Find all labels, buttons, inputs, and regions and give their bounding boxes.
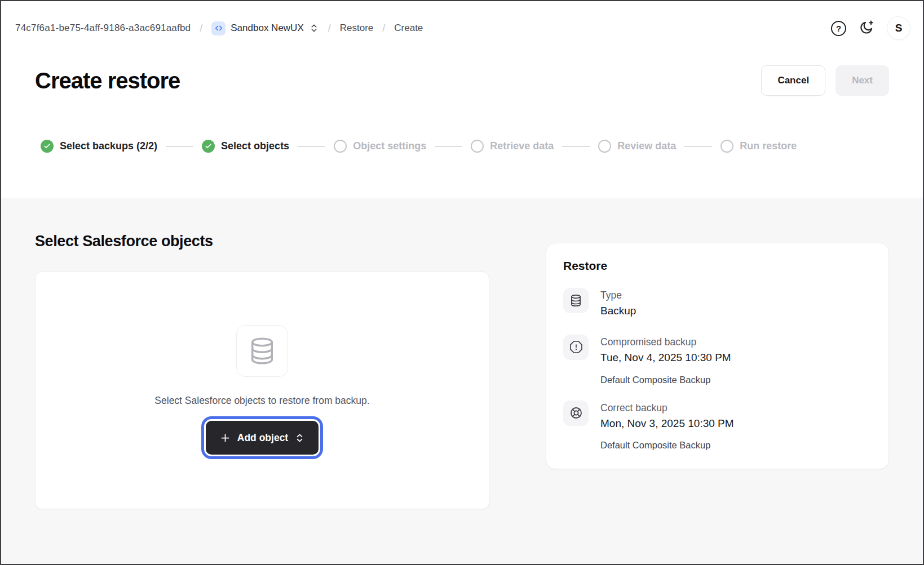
restore-summary-column: Restore Type Backup: [546, 243, 889, 469]
breadcrumb-separator: /: [382, 23, 385, 34]
restore-row-label: Compromised backup: [600, 335, 731, 349]
stepper: Select backups (2/2) Select objects Obje…: [41, 140, 923, 153]
check-circle-icon: [41, 140, 54, 153]
stepper-zone: Select backups (2/2) Select objects Obje…: [1, 106, 923, 198]
database-icon: [236, 325, 288, 377]
breadcrumb-separator: /: [328, 23, 331, 34]
empty-circle-icon: [334, 140, 347, 153]
restore-row-value: Mon, Nov 3, 2025 10:30 PM: [600, 415, 734, 431]
step-run-restore: Run restore: [720, 140, 797, 153]
restore-row-sub: Default Composite Backup: [600, 440, 734, 451]
cancel-button[interactable]: Cancel: [761, 65, 825, 96]
header-buttons: Cancel Next: [761, 65, 889, 96]
step-review-data: Review data: [598, 140, 676, 153]
lifebuoy-icon: [563, 401, 589, 426]
breadcrumb-org-id[interactable]: 74c7f6a1-be75-4aff-9186-a3ac691aafbd: [15, 23, 191, 34]
restore-row-label: Correct backup: [600, 401, 734, 415]
restore-type-row: Type Backup: [563, 288, 872, 319]
help-icon: ?: [831, 21, 846, 36]
breadcrumb-restore[interactable]: Restore: [340, 23, 374, 34]
main-content: Select Salesforce objects Select Salesfo…: [1, 198, 923, 564]
step-connector: [562, 146, 590, 147]
breadcrumb-service-selector[interactable]: Sandbox NewUX: [211, 21, 319, 35]
topbar-actions: ? S: [831, 16, 910, 40]
step-select-backups[interactable]: Select backups (2/2): [41, 140, 157, 153]
breadcrumb-service-label: Sandbox NewUX: [231, 23, 303, 34]
topbar: 74c7f6a1-be75-4aff-9186-a3ac691aafbd / S…: [1, 1, 923, 55]
add-object-button[interactable]: Add object: [206, 421, 319, 455]
restore-row-sub: Default Composite Backup: [600, 375, 731, 385]
step-label: Select backups (2/2): [60, 140, 157, 152]
breadcrumb-separator: /: [200, 23, 202, 34]
step-label: Run restore: [740, 140, 797, 152]
step-retrieve-data: Retrieve data: [471, 140, 554, 153]
check-circle-icon: [202, 140, 215, 153]
compromised-backup-row: Compromised backup Tue, Nov 4, 2025 10:3…: [563, 335, 872, 385]
restore-summary-card: Restore Type Backup: [546, 243, 889, 469]
help-button[interactable]: ?: [831, 21, 846, 36]
user-avatar[interactable]: S: [887, 16, 910, 40]
alert-octagon-icon: [563, 335, 589, 360]
objects-column: Select Salesforce objects Select Salesfo…: [35, 233, 489, 509]
step-label: Retrieve data: [490, 140, 554, 152]
restore-row-value: Tue, Nov 4, 2025 10:30 PM: [600, 349, 731, 366]
app-window: 74c7f6a1-be75-4aff-9186-a3ac691aafbd / S…: [0, 0, 924, 565]
step-label: Select objects: [221, 140, 289, 152]
step-label: Review data: [617, 140, 676, 152]
objects-empty-card: Select Salesforce objects to restore fro…: [35, 272, 489, 509]
step-label: Object settings: [353, 140, 426, 152]
step-select-objects[interactable]: Select objects: [202, 140, 289, 153]
moon-plus-icon: [859, 20, 874, 37]
next-button[interactable]: Next: [835, 65, 889, 96]
plus-icon: [219, 432, 231, 444]
restore-row-value: Backup: [600, 302, 636, 319]
section-title: Select Salesforce objects: [35, 233, 489, 250]
step-connector: [166, 146, 193, 147]
empty-circle-icon: [471, 140, 484, 153]
restore-card-title: Restore: [563, 259, 872, 273]
step-connector: [435, 146, 462, 147]
step-connector: [298, 146, 325, 147]
breadcrumb: 74c7f6a1-be75-4aff-9186-a3ac691aafbd / S…: [15, 21, 423, 35]
step-object-settings: Object settings: [334, 140, 426, 153]
chevron-up-down-icon: [309, 23, 319, 33]
correct-backup-row: Correct backup Mon, Nov 3, 2025 10:30 PM…: [563, 401, 872, 451]
page-header: Create restore Cancel Next: [1, 55, 923, 106]
empty-circle-icon: [720, 140, 733, 153]
page-title: Create restore: [35, 68, 180, 94]
empty-state-description: Select Salesforce objects to restore fro…: [154, 395, 369, 407]
empty-circle-icon: [598, 140, 611, 153]
step-connector: [684, 146, 712, 147]
breadcrumb-create: Create: [394, 23, 423, 34]
chevron-up-down-icon: [294, 433, 305, 443]
code-icon: [211, 21, 226, 35]
add-object-label: Add object: [237, 432, 288, 444]
restore-row-label: Type: [600, 288, 636, 302]
database-icon: [563, 288, 589, 313]
dark-mode-button[interactable]: [859, 20, 874, 37]
